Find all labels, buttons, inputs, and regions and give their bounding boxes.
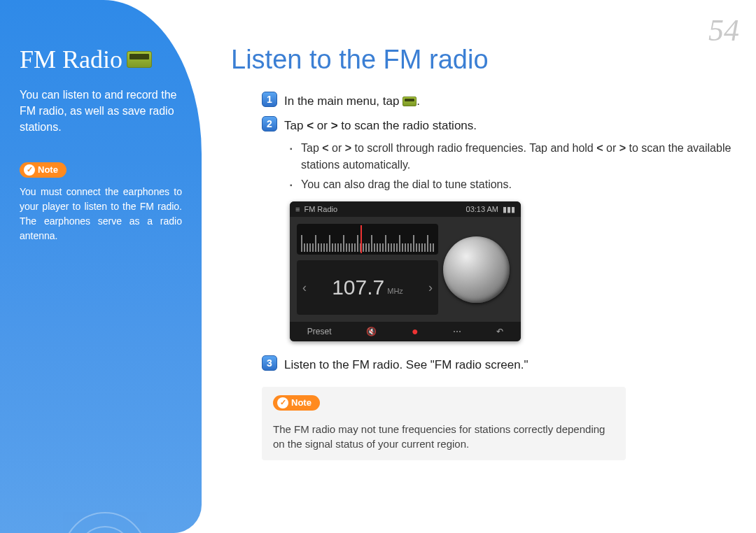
note-badge: ✓ Note [20,162,66,178]
sidebar-note-text: You must connect the earphones to your p… [20,185,182,243]
device-bottom-bar: Preset 🔇 ● ⋯ ↶ [290,322,521,341]
step-1: 1 In the main menu, tap . [262,92,735,111]
step-3-text: Listen to the FM radio. See "FM radio sc… [284,355,528,374]
device-statusbar: ≡ FM Radio 03:13 AM ▮▮▮ [290,201,521,217]
step1-post: . [416,94,420,108]
note-label: Note [38,164,58,175]
fm-radio-screenshot: ≡ FM Radio 03:13 AM ▮▮▮ document.write(A… [290,201,521,341]
radio-icon [402,97,416,106]
next-station-icon[interactable]: › [428,280,433,295]
radio-icon [127,51,152,68]
check-icon: ✓ [24,164,35,176]
device-time: 03:13 AM [466,205,498,213]
note-badge: ✓ Note [273,395,320,411]
sidebar-title: FM Radio [20,45,182,74]
step2-bullet-1: Tap < or > to scroll through radio frequ… [290,140,735,173]
main-content: Listen to the FM radio 1 In the main men… [231,45,735,460]
sidebar-title-text: FM Radio [20,45,122,74]
page-number: 54 [708,13,739,48]
sidebar: FM Radio You can listen to and record th… [0,0,202,533]
frequency-unit: MHz [387,287,403,295]
frequency-display: ‹ 107.7 MHz › [297,260,438,315]
mute-icon[interactable]: 🔇 [366,327,377,336]
step1-pre: In the main menu, tap [284,94,402,108]
step-3: 3 Listen to the FM radio. See "FM radio … [262,355,735,374]
sidebar-description: You can listen to and record the FM radi… [20,87,182,136]
step-2-text: Tap < or > to scan the radio stations. [284,116,477,135]
step-number-3: 3 [262,355,277,371]
tuner-needle [360,225,362,253]
record-icon[interactable]: ● [412,325,419,338]
note-label: Note [291,397,312,408]
more-icon[interactable]: ⋯ [453,327,461,336]
step-2: 2 Tap < or > to scan the radio stations. [262,116,735,135]
device-app-title: FM Radio [304,205,337,213]
preset-button[interactable]: Preset [307,327,332,336]
step-2-sublist: Tap < or > to scroll through radio frequ… [290,140,735,193]
back-icon[interactable]: ↶ [496,327,503,336]
main-note-text: The FM radio may not tune frequencies fo… [273,422,615,453]
step-number-1: 1 [262,92,277,107]
dial-knob[interactable] [443,236,510,303]
tuner-scale: document.write(Array.from({length:48},(_… [297,224,438,255]
tuning-dial[interactable] [438,224,514,315]
step2-bullet-2: You can also drag the dial to tune stati… [290,176,735,193]
menu-icon: ≡ [295,205,300,213]
step-1-text: In the main menu, tap . [284,92,420,111]
frequency-value: 107.7 [332,276,384,299]
prev-station-icon[interactable]: ‹ [302,280,307,295]
main-note-box: ✓ Note The FM radio may not tune frequen… [262,387,626,461]
step-number-2: 2 [262,116,277,132]
check-icon: ✓ [277,397,288,408]
main-title: Listen to the FM radio [231,45,735,75]
battery-icon: ▮▮▮ [503,205,515,214]
